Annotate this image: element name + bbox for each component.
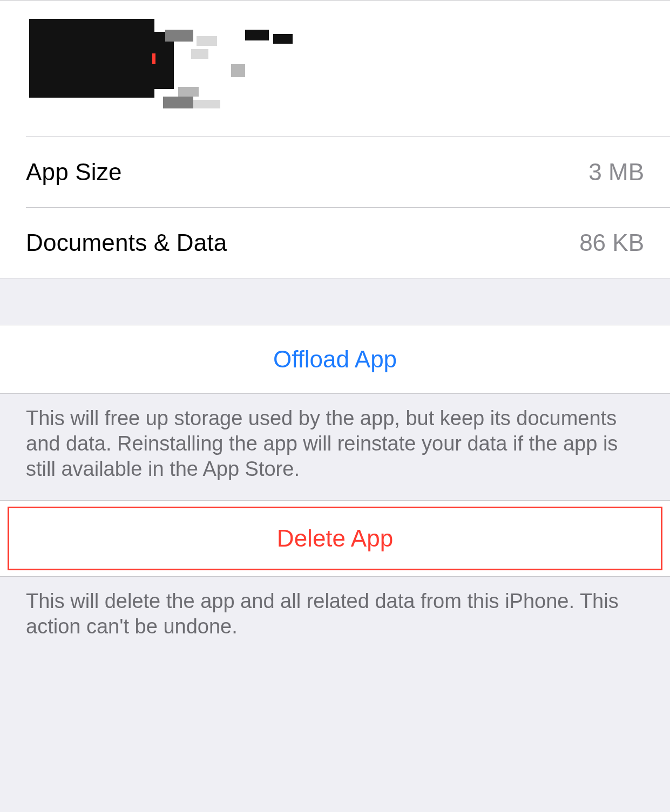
app-size-value: 3 MB [588, 159, 644, 186]
app-info-section: App Size 3 MB Documents & Data 86 KB [0, 0, 670, 278]
documents-data-row: Documents & Data 86 KB [0, 208, 670, 278]
app-size-label: App Size [26, 159, 122, 186]
offload-app-label: Offload App [273, 346, 397, 373]
documents-data-label: Documents & Data [26, 229, 227, 256]
app-header-row [0, 1, 670, 137]
delete-app-label: Delete App [277, 525, 393, 552]
delete-app-highlight: Delete App [8, 507, 662, 570]
app-size-row: App Size 3 MB [0, 137, 670, 207]
delete-app-section: Delete App [0, 500, 670, 577]
offload-app-button[interactable]: Offload App [0, 325, 670, 394]
delete-app-button[interactable]: Delete App [9, 508, 661, 569]
delete-app-description: This will delete the app and all related… [0, 577, 670, 658]
section-spacer [0, 278, 670, 325]
documents-data-value: 86 KB [579, 229, 644, 256]
app-icon [26, 16, 187, 111]
offload-app-description: This will free up storage used by the ap… [0, 394, 670, 500]
